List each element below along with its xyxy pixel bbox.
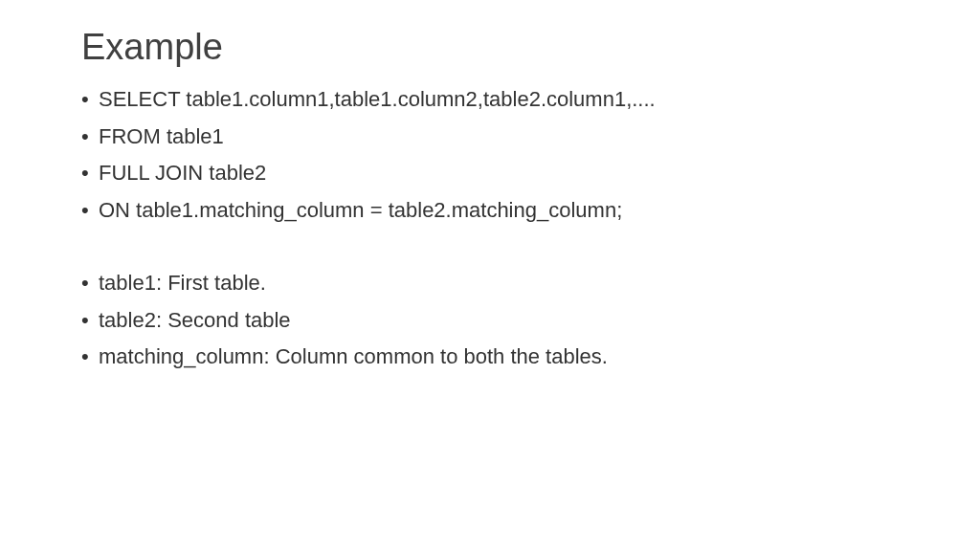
list-item: table2: Second table	[81, 302, 899, 340]
list-item: FROM table1	[81, 119, 899, 156]
list-item: SELECT table1.column1,table1.column2,tab…	[81, 81, 899, 119]
bullet-list-bottom: table1: First table. table2: Second tabl…	[81, 265, 899, 376]
list-item: ON table1.matching_column = table2.match…	[81, 192, 899, 230]
spacer	[81, 229, 899, 265]
bullet-list-top: SELECT table1.column1,table1.column2,tab…	[81, 81, 899, 229]
slide-title: Example	[81, 27, 899, 68]
list-item: table1: First table.	[81, 265, 899, 302]
list-item: matching_column: Column common to both t…	[81, 339, 899, 376]
list-item: FULL JOIN table2	[81, 155, 899, 192]
